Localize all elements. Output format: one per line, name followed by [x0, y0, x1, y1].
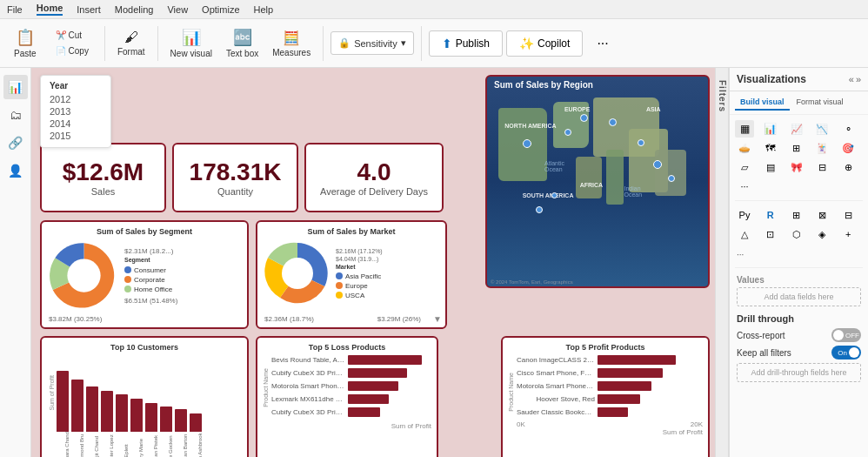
market-chart-card: Sum of Sales by Market $2.16M (17.12%) $…	[256, 220, 447, 329]
sensitivity-btn[interactable]: 🔒 Sensitivity ▾	[331, 31, 414, 55]
viz-bar-chart[interactable]: ▦	[735, 120, 754, 138]
menu-home[interactable]: Home	[37, 3, 63, 16]
panel-collapse-btn[interactable]: «	[849, 74, 854, 84]
new-visual-btn[interactable]: 📊 New visual	[165, 24, 217, 62]
viz-matrix[interactable]: ⊕	[838, 158, 858, 176]
tab-format-visual[interactable]: Format visual	[791, 95, 849, 111]
loss-product-1-bar	[348, 355, 422, 365]
menu-help[interactable]: Help	[254, 4, 274, 15]
map-dot-6	[653, 160, 662, 169]
publish-btn[interactable]: ⬆ Publish	[429, 30, 503, 57]
kpi-sales-label: Sales	[91, 186, 116, 197]
calc-btn[interactable]: 🧮 Measures	[267, 26, 316, 61]
copilot-btn[interactable]: ✨ Copilot	[506, 30, 583, 57]
loss-products-card: Top 5 Loss Products Product Name Bevis R…	[256, 336, 438, 457]
customers-chart-title: Top 10 Customers	[47, 343, 242, 352]
map-copyright: © 2024 TomTom, Esri, Geographics	[491, 279, 573, 285]
viz-map[interactable]: 🗺	[761, 139, 780, 157]
viz-treemap[interactable]: ⊟	[812, 158, 831, 176]
kpi-delivery-label: Average of Delivery Days	[320, 186, 428, 197]
cut-btn[interactable]: ✂️ Cut	[50, 29, 94, 42]
viz-custom3[interactable]: △	[735, 225, 754, 243]
segment-chart-card: Sum of Sales by Segment $2.31M (18.2...)…	[40, 220, 249, 329]
menu-insert[interactable]: Insert	[77, 4, 101, 15]
loss-product-1-label: Bevis Round Table, Adjus...	[271, 356, 345, 364]
keep-filters-toggle[interactable]: On	[831, 346, 861, 360]
copy-btn[interactable]: 📄 Copy	[50, 44, 94, 57]
viz-custom1[interactable]: ⊠	[812, 206, 831, 224]
tab-build-visual[interactable]: Build visual	[735, 95, 790, 111]
bar-sanjit	[86, 386, 98, 432]
panel-expand-btn[interactable]: »	[856, 74, 861, 84]
bar-raymond	[71, 380, 83, 432]
year-filter-title: Year	[50, 81, 102, 91]
viz-scatter-chart[interactable]: ⚬	[838, 120, 858, 138]
format-painter-btn[interactable]: 🖌 Format	[112, 26, 150, 60]
kpi-quantity-label: Quantity	[217, 186, 253, 197]
sidebar-report-icon[interactable]: 📊	[3, 75, 28, 99]
year-filter-card[interactable]: Year 2012 2013 2014 2015	[40, 75, 111, 148]
loss-y-axis-label: Product Name	[263, 368, 269, 407]
viz-column-chart[interactable]: 📊	[761, 120, 780, 138]
profit-y-axis-label: Product Name	[508, 373, 514, 412]
viz-pie-chart[interactable]: 🥧	[735, 139, 754, 157]
profit-axis-20k: 20K	[691, 420, 703, 428]
filters-label: Filters	[718, 80, 727, 112]
profit-axis-0k: 0K	[517, 420, 525, 428]
viz-custom2[interactable]: ⊟	[838, 206, 858, 224]
year-item-2012[interactable]: 2012	[50, 93, 102, 105]
year-item-2014[interactable]: 2014	[50, 118, 102, 130]
sidebar-data-icon[interactable]: 🗂	[3, 103, 28, 127]
svg-point-1	[282, 258, 313, 289]
menu-optimize[interactable]: Optimize	[202, 4, 239, 15]
viz-line-chart[interactable]: 📈	[787, 120, 806, 138]
viz-more-label[interactable]: ···	[737, 250, 744, 259]
add-drill-fields-box[interactable]: Add drill-through fields here	[737, 363, 861, 382]
loss-product-2-label: Cubify CubeX 3D Printer ...	[271, 369, 345, 377]
viz-waterfall[interactable]: ▤	[761, 158, 780, 176]
loss-product-5-label: Cubify CubeX 3D Printer ...	[271, 408, 345, 416]
loss-product-5-bar	[348, 407, 380, 417]
add-data-fields-box[interactable]: Add data fields here	[737, 287, 861, 306]
sidebar-model-icon[interactable]: 🔗	[3, 131, 28, 155]
viz-card[interactable]: 🃏	[812, 139, 831, 157]
viz-r[interactable]: R	[761, 206, 780, 224]
viz-kpi[interactable]: ⊞	[787, 206, 806, 224]
viz-custom5[interactable]: ⬡	[787, 225, 806, 243]
svg-point-0	[67, 259, 100, 292]
market-chart-scroll[interactable]: ▼	[433, 314, 442, 324]
customer-name-1: Tamara Chand	[64, 432, 77, 457]
map-title: Sum of Sales by Region	[494, 80, 593, 90]
menu-view[interactable]: View	[167, 4, 188, 15]
map-dot-1	[523, 139, 531, 148]
viz-slicer[interactable]: Py	[735, 206, 754, 224]
viz-table[interactable]: ⊞	[787, 139, 806, 157]
viz-funnel[interactable]: ⏥	[735, 158, 754, 176]
viz-custom6[interactable]: ◈	[812, 225, 831, 243]
loss-product-4-label: Lexmark MX611dhe Mo...	[271, 395, 345, 403]
profit-product-4-bar	[598, 394, 640, 404]
more-options-btn[interactable]: ···	[590, 30, 615, 57]
viz-ribbon[interactable]: 🎀	[787, 158, 806, 176]
profit-product-3-bar	[598, 381, 651, 391]
viz-more[interactable]: ···	[735, 178, 754, 195]
kpi-sales-card: $12.6M Sales	[40, 143, 166, 212]
sidebar-user-icon[interactable]: 👤	[3, 158, 28, 183]
viz-custom7[interactable]: +	[838, 225, 858, 243]
cross-report-toggle[interactable]: OFF	[831, 328, 861, 342]
menu-file[interactable]: File	[7, 4, 23, 15]
values-label: Values	[737, 275, 861, 285]
customer-name-3: Sanjit Chand	[94, 432, 106, 457]
year-item-2015[interactable]: 2015	[50, 130, 102, 142]
text-box-btn[interactable]: 🔤 Text box	[221, 24, 264, 62]
menu-modeling[interactable]: Modeling	[115, 4, 154, 15]
viz-custom4[interactable]: ⊡	[761, 225, 780, 243]
map-dot-5	[638, 139, 644, 146]
viz-area-chart[interactable]: 📉	[812, 120, 831, 138]
loss-product-3-bar	[348, 381, 398, 391]
bar-harry	[130, 399, 143, 432]
viz-gauge[interactable]: 🎯	[838, 139, 858, 157]
year-item-2013[interactable]: 2013	[50, 105, 102, 118]
paste-btn[interactable]: 📋 Paste	[7, 24, 43, 62]
profit-product-4-label: Hoover Stove, Red	[517, 395, 595, 403]
